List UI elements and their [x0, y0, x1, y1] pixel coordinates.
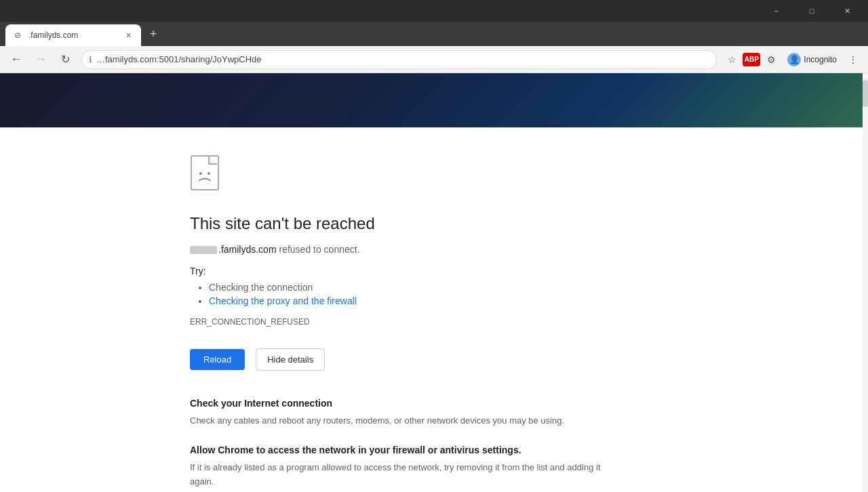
restore-button[interactable]: □ — [796, 0, 827, 22]
page-header — [0, 73, 863, 127]
detail-heading-1: Check your Internet connection — [190, 398, 610, 409]
tab-title: .familyds.com — [28, 30, 117, 40]
error-icon — [190, 155, 226, 195]
scrollbar-track[interactable] — [863, 73, 868, 492]
puzzle-icon: ⚙ — [767, 54, 776, 65]
reload-button[interactable]: ↻ — [54, 49, 76, 70]
forward-button[interactable]: → — [30, 49, 52, 70]
active-tab[interactable]: ⊘ .familyds.com ✕ — [5, 24, 141, 46]
new-tab-button[interactable]: + — [144, 24, 163, 43]
error-page-content: This site can't be reached .familyds.com… — [0, 127, 863, 492]
avatar: 👤 — [787, 53, 801, 66]
domain-blur — [190, 246, 217, 254]
back-icon: ← — [10, 52, 22, 66]
title-bar: − □ ✕ — [0, 0, 868, 22]
proxy-firewall-link[interactable]: Checking the proxy and the firewall — [209, 295, 357, 306]
list-item: Checking the connection — [209, 282, 610, 293]
error-container: This site can't be reached .familyds.com… — [190, 155, 610, 492]
page-scroll-area[interactable]: This site can't be reached .familyds.com… — [0, 73, 863, 492]
detail-heading-2: Allow Chrome to access the network in yo… — [190, 445, 610, 455]
forward-icon: → — [35, 52, 47, 66]
try-list: Checking the connection Checking the pro… — [190, 282, 610, 306]
back-button[interactable]: ← — [5, 49, 27, 70]
extensions-button[interactable]: ⚙ — [762, 50, 781, 69]
bookmark-button[interactable]: ☆ — [722, 50, 741, 69]
toolbar-right: ☆ ABP ⚙ 👤 Incognito ⋮ — [722, 50, 863, 69]
reload-page-button[interactable]: Reload — [190, 349, 245, 370]
svg-point-2 — [208, 172, 210, 175]
content-wrapper: This site can't be reached .familyds.com… — [0, 73, 868, 492]
tab-close-button[interactable]: ✕ — [122, 29, 134, 41]
profile-label: Incognito — [804, 55, 837, 64]
tab-bar: ⊘ .familyds.com ✕ + — [0, 22, 868, 46]
scrollbar-thumb[interactable] — [863, 80, 868, 107]
domain-refused-text: .familyds.com refused to connect. — [190, 244, 610, 255]
try-item-1: Checking the connection — [209, 282, 313, 293]
menu-icon: ⋮ — [848, 54, 858, 65]
detail-text-2: If it is already listed as a program all… — [190, 461, 610, 489]
detail-text-1: Check any cables and reboot any routers,… — [190, 414, 610, 428]
tab-favicon-icon: ⊘ — [12, 30, 23, 41]
browser-window: − □ ✕ ⊘ .familyds.com ✕ + ← → ↻ ℹ …famil… — [0, 0, 868, 492]
avatar-icon: 👤 — [789, 55, 800, 64]
minimize-button[interactable]: − — [761, 0, 792, 22]
domain-name: .familyds.com — [218, 244, 277, 255]
star-icon: ☆ — [728, 54, 736, 65]
try-label: Try: — [190, 266, 610, 276]
svg-rect-0 — [191, 156, 218, 190]
abp-icon: ABP — [745, 56, 759, 63]
info-icon: ℹ — [89, 55, 92, 64]
svg-point-1 — [199, 172, 202, 175]
browser-toolbar: ← → ↻ ℹ …familyds.com:5001/sharing/JoYwp… — [0, 46, 868, 73]
action-buttons: Reload Hide details — [190, 348, 610, 371]
hide-details-button[interactable]: Hide details — [256, 348, 325, 371]
error-code: ERR_CONNECTION_REFUSED — [190, 317, 610, 327]
window-controls: − □ ✕ — [761, 0, 863, 22]
close-button[interactable]: ✕ — [831, 0, 863, 22]
adblock-button[interactable]: ABP — [743, 53, 760, 66]
address-bar[interactable]: ℹ …familyds.com:5001/sharing/JoYwpCHde — [81, 50, 717, 69]
profile-button[interactable]: 👤 Incognito — [782, 52, 842, 68]
menu-button[interactable]: ⋮ — [844, 50, 863, 69]
reload-icon: ↻ — [61, 53, 70, 66]
error-title: This site can't be reached — [190, 214, 610, 233]
address-text: …familyds.com:5001/sharing/JoYwpCHde — [96, 54, 709, 64]
list-item: Checking the proxy and the firewall — [209, 295, 610, 306]
details-section: Check your Internet connection Check any… — [190, 398, 610, 492]
